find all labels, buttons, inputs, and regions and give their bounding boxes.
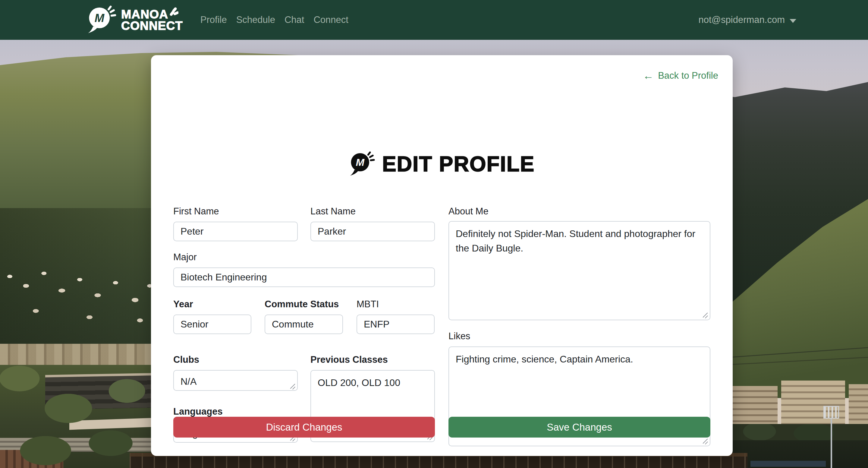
- edit-profile-card: ← Back to Profile M EDIT P: [151, 55, 733, 456]
- nav-schedule[interactable]: Schedule: [236, 14, 275, 25]
- save-changes-button[interactable]: Save Changes: [448, 417, 710, 438]
- tree-band-right: [733, 424, 868, 443]
- manoa-connect-logo-icon: M: [87, 5, 117, 35]
- nav-profile[interactable]: Profile: [200, 14, 227, 25]
- manoa-connect-logo-icon: M: [349, 151, 375, 177]
- caret-down-icon: [789, 19, 796, 23]
- nav-connect[interactable]: Connect: [313, 14, 348, 25]
- first-name-input[interactable]: [173, 222, 298, 241]
- svg-text:M: M: [355, 156, 365, 168]
- mbti-input[interactable]: [356, 315, 435, 334]
- back-arrow-icon: ←: [643, 70, 654, 81]
- year-label: Year: [173, 299, 193, 310]
- discard-changes-button[interactable]: Discard Changes: [173, 417, 435, 438]
- account-menu[interactable]: not@spiderman.com: [699, 14, 796, 25]
- campus-buildings-left: [0, 344, 163, 468]
- tree-canopy: [0, 344, 163, 468]
- brand-line1-text: MANOA: [121, 8, 168, 20]
- clubs-label: Clubs: [173, 354, 199, 365]
- about-me-label: About Me: [448, 206, 489, 217]
- apartment-block: [849, 384, 868, 430]
- major-input[interactable]: [173, 267, 435, 287]
- previous-classes-label: Previous Classes: [310, 354, 388, 365]
- brand-wordmark: MANOA CONNECT: [121, 8, 183, 31]
- year-input[interactable]: [173, 315, 251, 334]
- first-name-label: First Name: [173, 206, 219, 217]
- dark-structure: [750, 461, 826, 467]
- account-email: not@spiderman.com: [699, 14, 785, 25]
- last-name-label: Last Name: [310, 206, 355, 217]
- nav-chat[interactable]: Chat: [284, 14, 304, 25]
- major-label: Major: [173, 252, 197, 263]
- textarea-resize-grip[interactable]: [702, 312, 709, 318]
- clubs-textarea[interactable]: N/A: [173, 370, 298, 391]
- stadium-light-head: [824, 406, 839, 418]
- page-title-text: EDIT PROFILE: [382, 152, 535, 176]
- textarea-resize-grip[interactable]: [289, 383, 296, 389]
- back-to-profile-link[interactable]: ← Back to Profile: [643, 70, 718, 81]
- mbti-label: MBTI: [356, 299, 379, 310]
- commute-status-input[interactable]: [265, 315, 343, 334]
- commute-status-label: Commute Status: [265, 299, 339, 310]
- main-nav: Profile Schedule Chat Connect: [200, 14, 348, 25]
- brand-line2-text: CONNECT: [121, 20, 183, 31]
- about-me-textarea[interactable]: Definitely not Spider-Man. Student and p…: [448, 221, 710, 320]
- page-title: M EDIT PROFILE: [151, 151, 733, 177]
- likes-label: Likes: [448, 331, 470, 342]
- hillside-houses: [0, 262, 163, 341]
- spark-icon: [169, 7, 179, 16]
- brand-logo-link[interactable]: M MANOA CONNECT: [87, 5, 183, 35]
- svg-text:M: M: [95, 11, 104, 24]
- back-link-label: Back to Profile: [658, 70, 718, 81]
- top-navbar: M MANOA CONNECT: [0, 0, 868, 40]
- last-name-input[interactable]: [310, 222, 435, 241]
- stadium-light-pole: [831, 418, 832, 468]
- textarea-resize-grip[interactable]: [702, 438, 709, 444]
- languages-label: Languages: [173, 406, 223, 417]
- app-root: M MANOA CONNECT: [0, 0, 868, 468]
